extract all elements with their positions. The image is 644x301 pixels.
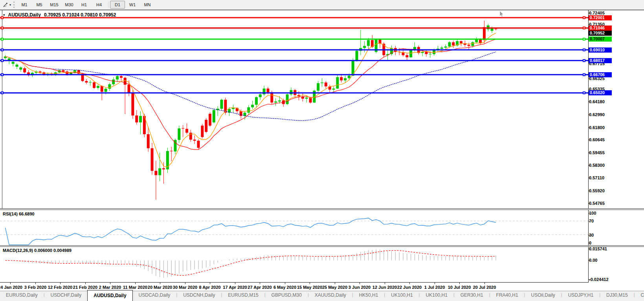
date-tick [285,283,285,284]
main-chart-canvas [0,10,588,208]
date-tick [409,283,410,284]
chart-tab-uk100-h1[interactable]: UK100,H1 [385,291,418,301]
date-label: 22 Jun 2020 [397,285,422,290]
ma-slow-line [6,52,496,120]
chart-tab-usdcad-daily[interactable]: USDCAD,Daily [133,291,176,301]
chart-tab-xauusd-daily[interactable]: XAUUSD,Daily [309,291,352,301]
price-tick-label: 0.55920 [589,188,605,193]
price-tick-label: 0.59455 [589,150,605,155]
hline-price-box: 0.66706 [589,72,612,77]
chart-tab-usdjpy-h1[interactable]: USDJPY,H1 [562,291,599,301]
chart-tab-eurusd-m15[interactable]: EURUSD,M15 [222,291,264,301]
timeframe-button-h1[interactable]: H1 [77,1,92,9]
date-label: 6 May 2020 [273,285,296,290]
chart-tab-ger30-h1[interactable]: GER30,H1 [455,291,489,301]
mt4-window: { "toolbar": { "timeframes": ["M1","M5",… [0,0,644,301]
date-tick [85,283,86,284]
candlesticks [4,21,497,200]
date-tick [310,283,310,284]
date-label: 3 Feb 2020 [24,285,46,290]
hline-price-box: 0.72001 [589,15,612,20]
rsi-panel-canvas [0,210,588,245]
date-label: 27 Apr 2020 [248,285,272,290]
macd-panel-canvas [0,247,588,282]
price-tick-label: 0.58300 [589,163,605,168]
date-tick [160,283,160,284]
macd-bottom-border [0,282,588,283]
tool-dropdown-caret-icon[interactable]: ▾ [9,3,11,7]
macd-tick-label: 0.00 [589,258,597,263]
price-tick-label: 0.60645 [589,137,605,142]
price-tick-label: 0.64180 [589,99,605,104]
date-tick [10,283,11,284]
date-label: 15 May 2020 [297,285,322,290]
rsi-tick-label: 0 [589,241,591,246]
timeframe-button-w1[interactable]: W1 [125,1,140,9]
chart-tab-usdchf-daily[interactable]: USDCHF,Daily [45,291,88,301]
price-tick-label: 0.54765 [589,201,605,206]
timeframe-button-m30[interactable]: M30 [62,1,77,9]
date-tick [459,283,460,284]
macd-signal-line [6,250,496,275]
mouse-cursor-icon [500,11,503,17]
date-label: 25 May 2020 [322,285,347,290]
chart-tab-audusd-daily[interactable]: AUDUSD,Daily [87,290,132,301]
date-tick [335,283,335,284]
hline-price-box: 0.70007 [589,36,612,42]
price-tick-label: 0.57110 [589,175,604,181]
date-tick [260,283,260,284]
date-label: 21 Feb 2020 [73,285,97,290]
date-label: 1 Jul 2020 [424,285,445,290]
price-tick-label: 0.62990 [589,112,605,117]
chart-tab-usoil-daily[interactable]: USOil,Daily [525,291,561,301]
date-label: 20 Mar 2020 [148,285,172,290]
chart-tab-eurusd-daily[interactable]: EURUSD,Daily [0,291,44,301]
date-label: 30 Mar 2020 [173,285,197,290]
chart-tab-china300-h4[interactable]: CHINA300,H4 [635,291,644,301]
date-tick [484,283,485,284]
timeframe-button-m1[interactable]: M1 [17,1,32,9]
hline-price-box: 0.68017 [589,58,612,63]
date-tick [35,283,36,284]
price-tick-label: 0.61800 [589,125,605,130]
current-price-box: 0.70952 [589,31,612,36]
chart-tab-hk50-h1[interactable]: HK50,H1 [353,291,384,301]
crosshair-tool-icon[interactable] [2,1,9,8]
date-label: 17 Apr 2020 [223,285,247,290]
timeframe-button-d1[interactable]: D1 [110,1,125,9]
timeframe-button-m15[interactable]: M15 [47,1,62,9]
timeframe-button-mn[interactable]: MN [140,1,155,9]
chart-tab-fra40-h1[interactable]: FRA40,H1 [490,291,524,301]
toolbar: ▾ M1M5M15M30H1H4D1W1MN [0,0,644,10]
date-tick [185,283,185,284]
chart-tab-uk100-h1[interactable]: UK100,H1 [420,291,453,301]
date-tick [360,283,360,284]
chart-tab-dj30-m15[interactable]: DJ30,M15 [600,291,634,301]
rsi-tick-label: 30 [589,233,594,238]
toolbar-grip[interactable] [13,2,15,8]
hline-price-box: 0.71046 [589,26,612,31]
rsi-tick-label: 100 [589,211,596,216]
toolbar-separator [108,2,108,8]
date-label: 12 Feb 2020 [48,285,72,290]
date-label: 24 Jan 2020 [0,285,22,290]
hline-price-box: 0.69010 [589,47,612,53]
macd-tick-label: -0.024412 [589,277,609,282]
date-tick [435,283,435,284]
date-label: 8 Apr 2020 [199,285,220,290]
date-label: 3 Jun 2020 [349,285,371,290]
chart-tab-gbpusd-m30[interactable]: GBPUSD,M30 [266,291,308,301]
date-label: 2 Mar 2020 [99,285,121,290]
date-label: 20 Jul 2020 [473,285,496,290]
chart-tab-bar: EURUSD,Daily|USDCHF,DailyAUDUSD,DailyUSD… [0,291,644,301]
timeframe-button-m5[interactable]: M5 [32,1,47,9]
date-tick [235,283,235,284]
timeframe-buttons: M1M5M15M30H1H4D1W1MN [17,1,155,9]
chart-tab-usdcnh-daily[interactable]: USDCNH,Daily [177,291,221,301]
timeframe-button-h4[interactable]: H4 [92,1,106,9]
rsi-line [6,218,496,245]
date-tick [210,283,210,284]
macd-tick-label: 0.015741 [589,246,607,252]
date-label: 12 Jun 2020 [372,285,397,290]
date-tick [135,283,136,284]
